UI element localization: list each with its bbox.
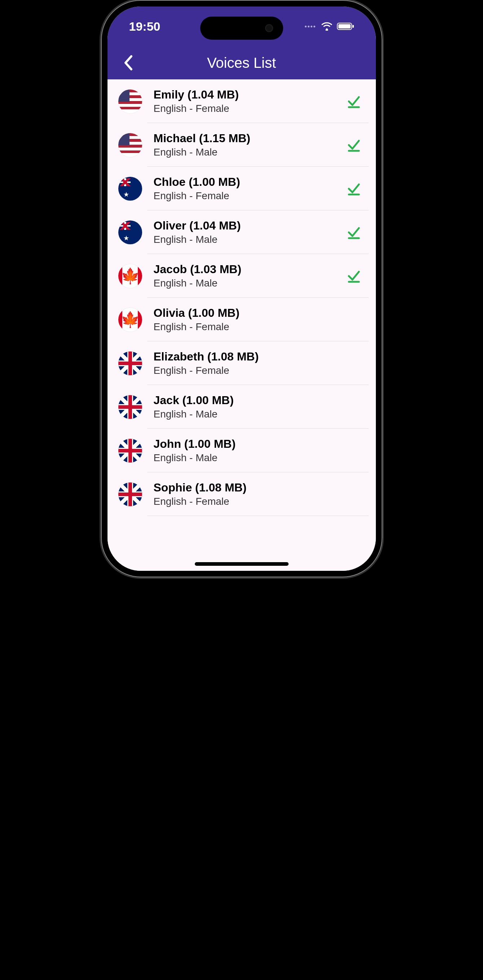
voices-list[interactable]: Emily (1.04 MB)English - FemaleMichael (… <box>108 80 376 571</box>
chevron-left-icon <box>123 55 133 71</box>
wifi-icon <box>321 22 332 31</box>
voice-subtitle: English - Female <box>154 103 345 115</box>
camera-dot <box>265 24 273 32</box>
can-flag-icon: 🍁 <box>118 264 142 288</box>
voice-row[interactable]: 🍁Jacob (1.03 MB)English - Male <box>108 254 376 298</box>
svg-rect-2 <box>338 24 351 29</box>
voice-text: Jack (1.00 MB)English - Male <box>154 394 365 420</box>
voice-subtitle: English - Female <box>154 321 365 332</box>
usa-flag-icon <box>118 89 142 113</box>
page-title: Voices List <box>207 55 276 71</box>
cellular-dots-icon <box>305 25 315 27</box>
voice-row[interactable]: Jack (1.00 MB)English - Male <box>108 385 376 429</box>
can-flag-icon: 🍁 <box>118 308 142 332</box>
voice-title: Emily (1.04 MB) <box>154 88 345 102</box>
voice-row[interactable]: Elizabeth (1.08 MB)English - Female <box>108 341 376 385</box>
voice-text: Sophie (1.08 MB)English - Female <box>154 481 365 508</box>
downloaded-check-icon <box>345 267 363 285</box>
home-indicator[interactable] <box>195 562 289 566</box>
voice-subtitle: English - Female <box>154 496 365 508</box>
voice-text: Elizabeth (1.08 MB)English - Female <box>154 350 365 376</box>
voice-row[interactable]: Chloe (1.00 MB)English - Female <box>108 167 376 210</box>
voice-subtitle: English - Male <box>154 146 345 158</box>
voice-title: Sophie (1.08 MB) <box>154 481 365 494</box>
voice-title: Elizabeth (1.08 MB) <box>154 350 365 363</box>
voice-row[interactable]: Michael (1.15 MB)English - Male <box>108 123 376 167</box>
uk-flag-icon <box>118 482 142 506</box>
phone-frame: 19:50 <box>101 0 382 578</box>
voice-text: Chloe (1.00 MB)English - Female <box>154 175 345 202</box>
voice-title: Oliver (1.04 MB) <box>154 219 345 232</box>
nav-bar: Voices List <box>108 46 376 80</box>
voice-row[interactable]: John (1.00 MB)English - Male <box>108 429 376 473</box>
voice-text: Olivia (1.00 MB)English - Female <box>154 306 365 332</box>
back-button[interactable] <box>120 54 137 72</box>
uk-flag-icon <box>118 439 142 463</box>
voice-title: John (1.00 MB) <box>154 438 365 451</box>
usa-flag-icon <box>118 133 142 157</box>
status-right <box>305 22 354 31</box>
downloaded-check-icon <box>345 180 363 198</box>
voice-text: Oliver (1.04 MB)English - Male <box>154 219 345 245</box>
svg-rect-3 <box>353 25 354 28</box>
downloaded-check-icon <box>345 136 363 154</box>
screen: 19:50 <box>108 6 376 571</box>
voice-title: Michael (1.15 MB) <box>154 132 345 145</box>
downloaded-check-icon <box>345 92 363 110</box>
voice-row[interactable]: 🍁Olivia (1.00 MB)English - Female <box>108 298 376 341</box>
downloaded-check-icon <box>345 223 363 242</box>
svg-point-0 <box>326 29 327 30</box>
voice-subtitle: English - Female <box>154 365 365 376</box>
voice-subtitle: English - Male <box>154 234 345 245</box>
voice-text: Jacob (1.03 MB)English - Male <box>154 262 345 289</box>
voice-title: Chloe (1.00 MB) <box>154 175 345 189</box>
aus-flag-icon <box>118 177 142 200</box>
voice-title: Jacob (1.03 MB) <box>154 262 345 276</box>
voice-title: Jack (1.00 MB) <box>154 394 365 407</box>
voice-row[interactable]: Oliver (1.04 MB)English - Male <box>108 210 376 254</box>
uk-flag-icon <box>118 395 142 419</box>
aus-flag-icon <box>118 221 142 244</box>
uk-flag-icon <box>118 352 142 375</box>
voice-row[interactable]: Emily (1.04 MB)English - Female <box>108 80 376 123</box>
voice-subtitle: English - Male <box>154 277 345 289</box>
status-time: 19:50 <box>129 19 160 33</box>
voice-row[interactable]: Sophie (1.08 MB)English - Female <box>108 473 376 516</box>
voice-text: Michael (1.15 MB)English - Male <box>154 132 345 158</box>
dynamic-island <box>200 17 283 40</box>
voice-subtitle: English - Male <box>154 409 365 420</box>
row-divider <box>147 515 369 516</box>
voice-subtitle: English - Male <box>154 452 365 464</box>
voice-text: Emily (1.04 MB)English - Female <box>154 88 345 115</box>
battery-icon <box>337 22 354 31</box>
voice-subtitle: English - Female <box>154 190 345 202</box>
voice-text: John (1.00 MB)English - Male <box>154 438 365 464</box>
voice-title: Olivia (1.00 MB) <box>154 306 365 320</box>
